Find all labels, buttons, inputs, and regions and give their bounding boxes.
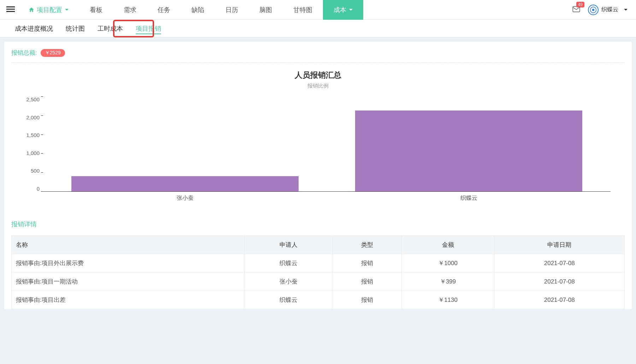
chevron-down-icon xyxy=(624,9,628,11)
table-row[interactable]: 报销事由:项目出差织蝶云报销￥11302021-07-08 xyxy=(12,291,625,309)
nav-item-7[interactable]: 成本 xyxy=(323,0,363,20)
chart-x-axis: 张小蚕织蝶云 xyxy=(43,192,611,202)
table-cell: 报销事由:项目出差 xyxy=(12,291,245,309)
details-title: 报销详情 xyxy=(11,220,625,228)
nav-item-label: 看板 xyxy=(90,6,102,14)
chart-y-axis: 2,5002,0001,5001,0005000 xyxy=(18,96,40,192)
subnav-item-label: 成本进度概况 xyxy=(15,24,53,33)
total-row: 报销总额: ￥2529 xyxy=(11,49,625,63)
table-cell: 张小蚕 xyxy=(245,273,333,291)
hamburger-menu[interactable] xyxy=(4,0,18,20)
table-header: 类型 xyxy=(333,236,401,254)
y-tick-label: 2,500 xyxy=(18,96,40,102)
table-cell: 织蝶云 xyxy=(245,254,333,273)
home-icon xyxy=(28,7,35,13)
nav-item-label: 需求 xyxy=(124,6,136,14)
subnav-item-label: 统计图 xyxy=(66,24,85,33)
y-tick-label: 1,500 xyxy=(18,132,40,138)
subnav-item-3[interactable]: 项目报销 xyxy=(129,20,167,37)
chevron-down-icon xyxy=(349,9,353,11)
nav-project-config-label: 项目配置 xyxy=(37,6,62,14)
top-bar: 项目配置 看板需求任务缺陷日历脑图甘特图成本 49 织蝶云 xyxy=(0,0,636,20)
chart-bar[interactable] xyxy=(71,176,298,191)
table-header: 名称 xyxy=(12,236,245,254)
hamburger-icon xyxy=(6,5,15,15)
chart-bar[interactable] xyxy=(355,111,582,191)
nav-item-label: 日历 xyxy=(225,6,238,14)
svg-rect-0 xyxy=(6,6,15,7)
table-cell: 报销 xyxy=(333,291,401,309)
table-cell: 报销事由:项目外出展示费 xyxy=(12,254,245,273)
subnav-item-label: 工时成本 xyxy=(98,24,123,33)
chart-plot xyxy=(43,96,611,192)
nav-item-0[interactable]: 看板 xyxy=(79,0,113,20)
subnav-item-0[interactable]: 成本进度概况 xyxy=(8,20,59,37)
nav-item-label: 任务 xyxy=(158,6,170,14)
table-row[interactable]: 报销事由:项目一期活动张小蚕报销￥3992021-07-08 xyxy=(12,273,625,291)
nav-item-2[interactable]: 任务 xyxy=(147,0,181,20)
mail-icon xyxy=(572,9,581,15)
nav-item-label: 甘特图 xyxy=(293,6,312,14)
nav-item-5[interactable]: 脑图 xyxy=(249,0,283,20)
notification-button[interactable]: 49 xyxy=(572,5,581,15)
bar-slot xyxy=(43,96,327,191)
table-cell: ￥399 xyxy=(401,273,494,291)
total-label: 报销总额: xyxy=(11,49,37,57)
table-cell: 报销事由:项目一期活动 xyxy=(12,273,245,291)
chart-title: 人员报销汇总 xyxy=(11,70,625,80)
x-tick-label: 张小蚕 xyxy=(43,192,327,202)
nav-item-3[interactable]: 缺陷 xyxy=(181,0,215,20)
svg-point-5 xyxy=(592,8,595,11)
table-cell: ￥1130 xyxy=(401,291,494,309)
table-cell: 报销 xyxy=(333,273,401,291)
sub-nav: 成本进度概况统计图工时成本项目报销 xyxy=(0,20,636,37)
chart-subtitle: 报销比例 xyxy=(11,83,625,89)
table-cell: 2021-07-08 xyxy=(494,254,625,273)
table-header: 申请人 xyxy=(245,236,333,254)
user-menu[interactable]: 织蝶云 xyxy=(588,5,628,15)
table-cell: ￥1000 xyxy=(401,254,494,273)
chevron-down-icon xyxy=(65,9,69,11)
table-row[interactable]: 报销事由:项目外出展示费织蝶云报销￥10002021-07-08 xyxy=(12,254,625,273)
nav-item-label: 脑图 xyxy=(259,6,272,14)
y-tick-label: 500 xyxy=(18,168,40,174)
y-tick-label: 1,000 xyxy=(18,150,40,156)
x-tick-label: 织蝶云 xyxy=(327,192,611,202)
table-cell: 织蝶云 xyxy=(245,291,333,309)
svg-rect-1 xyxy=(6,8,15,10)
subnav-item-2[interactable]: 工时成本 xyxy=(91,20,129,37)
y-tick-label: 2,000 xyxy=(18,114,40,120)
avatar xyxy=(588,5,599,15)
user-name: 织蝶云 xyxy=(601,6,618,13)
subnav-item-label: 项目报销 xyxy=(136,24,161,33)
total-badge: ￥2529 xyxy=(41,49,65,57)
main-nav: 项目配置 看板需求任务缺陷日历脑图甘特图成本 xyxy=(18,0,572,20)
nav-item-4[interactable]: 日历 xyxy=(215,0,249,20)
nav-item-6[interactable]: 甘特图 xyxy=(283,0,323,20)
content-card: 报销总额: ￥2529 人员报销汇总 报销比例 2,5002,0001,5001… xyxy=(4,42,632,309)
y-tick-label: 0 xyxy=(18,186,40,192)
table-cell: 2021-07-08 xyxy=(494,291,625,309)
bar-slot xyxy=(327,96,611,191)
table-cell: 报销 xyxy=(333,254,401,273)
nav-project-config[interactable]: 项目配置 xyxy=(18,0,79,20)
table-header: 金额 xyxy=(401,236,494,254)
table-cell: 2021-07-08 xyxy=(494,273,625,291)
details-table: 名称申请人类型金额申请日期 报销事由:项目外出展示费织蝶云报销￥10002021… xyxy=(11,235,625,309)
top-right: 49 织蝶云 xyxy=(572,5,636,15)
chart: 2,5002,0001,5001,0005000 张小蚕织蝶云 xyxy=(43,96,611,202)
nav-item-label: 成本 xyxy=(334,6,346,14)
table-header: 申请日期 xyxy=(494,236,625,254)
notification-badge: 49 xyxy=(576,2,584,7)
subnav-item-1[interactable]: 统计图 xyxy=(59,20,91,37)
nav-item-1[interactable]: 需求 xyxy=(113,0,147,20)
nav-item-label: 缺陷 xyxy=(192,6,204,14)
svg-rect-2 xyxy=(6,11,15,12)
